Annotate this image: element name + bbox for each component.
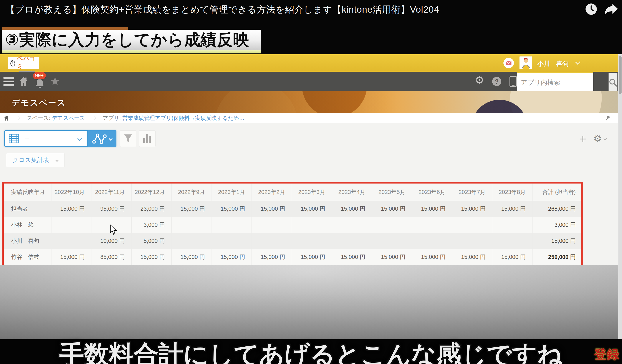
watch-later-button[interactable]: [585, 3, 598, 16]
space-cover-image: デモスペース: [0, 91, 622, 113]
value-cell: 15,000 円: [372, 201, 412, 217]
user-menu-chevron-icon[interactable]: [575, 59, 580, 65]
value-cell: [252, 217, 292, 233]
value-cell: 15,000 円: [212, 249, 252, 265]
value-cell: [452, 217, 492, 233]
breadcrumb-app-link[interactable]: 営業成績管理アプリ(保険料→実績反映するため…: [122, 115, 244, 121]
settings-button[interactable]: ⚙: [475, 75, 485, 86]
column-header-total: 合計 (担当者): [532, 184, 581, 201]
mouse-icon: [10, 59, 16, 67]
column-header-month: 2023年7月: [452, 184, 492, 201]
video-title[interactable]: 【プロが教える】保険契約+営業成績をまとめて管理できる方法を紹介します【kint…: [6, 3, 439, 16]
column-header-month: 2023年4月: [332, 184, 372, 201]
cross-table-highlight: 実績反映年月2022年10月2022年11月2022年12月2022年9月202…: [2, 182, 583, 267]
company-logo[interactable]: ペパコミ: [8, 57, 39, 69]
column-header-month: 2023年1月: [212, 184, 252, 201]
value-cell: 15,000 円: [412, 249, 452, 265]
table-row: 竹谷 信枝15,000 円85,000 円15,000 円15,000 円15,…: [4, 249, 581, 265]
user-avatar[interactable]: [520, 57, 532, 69]
mobile-view-button[interactable]: [509, 76, 517, 87]
value-cell: [372, 233, 412, 249]
subscribe-stamp: 登録: [594, 346, 619, 363]
share-button[interactable]: [604, 3, 617, 16]
banner-text: ③実際に入力をしてから成績反映: [2, 30, 261, 50]
row-label: 担当者: [4, 201, 51, 217]
value-cell: [372, 217, 412, 233]
cross-table: 実績反映年月2022年10月2022年11月2022年12月2022年9月202…: [4, 184, 581, 265]
value-cell: [492, 217, 532, 233]
value-cell: 15,000 円: [492, 201, 532, 217]
kintone-topbar: ペパコミ 小川 喜句: [0, 54, 622, 72]
pin-icon[interactable]: [605, 115, 610, 122]
value-cell: 15,000 円: [452, 249, 492, 265]
value-cell: 3,000 円: [131, 217, 172, 233]
avatar-image: [520, 57, 532, 69]
add-record-button[interactable]: ＋: [576, 130, 590, 147]
app-settings-button[interactable]: ⚙: [593, 130, 606, 147]
menu-button[interactable]: [3, 77, 14, 88]
breadcrumb-app-prefix: アプリ:: [103, 115, 121, 121]
value-cell: [412, 233, 452, 249]
video-caption: 手数料合計にしてあげるとこんな感じですね: [0, 338, 622, 364]
help-icon: ?: [495, 78, 499, 85]
value-cell: 85,000 円: [91, 249, 132, 265]
home-button[interactable]: [19, 76, 28, 88]
value-cell: [492, 233, 532, 249]
notifications-mail-button[interactable]: [504, 58, 514, 68]
value-cell: 15,000 円: [212, 201, 252, 217]
column-header-row-label: 実績反映年月: [4, 184, 51, 201]
value-cell: 15,000 円: [412, 201, 452, 217]
value-cell: 15,000 円: [332, 201, 372, 217]
video-frame: 【プロが教える】保険契約+営業成績をまとめて管理できる方法を紹介します【kint…: [0, 0, 622, 364]
search-icon: [609, 78, 618, 87]
help-button[interactable]: ?: [492, 77, 501, 86]
breadcrumb-space-link[interactable]: デモスペース: [52, 115, 85, 121]
table-row: 小林 悠3,000 円3,000 円: [4, 217, 581, 233]
value-cell: 15,000 円: [452, 201, 492, 217]
value-cell: 15,000 円: [252, 249, 292, 265]
banner-underline: [2, 50, 261, 53]
app-gear-icon: ⚙: [593, 134, 602, 143]
breadcrumb-separator: [16, 116, 20, 120]
value-cell: 15,000 円: [252, 201, 292, 217]
bell-icon: [35, 78, 45, 90]
user-name[interactable]: 小川 喜句: [537, 59, 569, 68]
column-header-month: 2022年11月: [91, 184, 132, 201]
clock-icon: [585, 3, 598, 15]
logo-text: ペパコミ: [17, 55, 37, 70]
space-title[interactable]: デモスペース: [12, 97, 66, 108]
column-header-month: 2023年3月: [292, 184, 332, 201]
scrollbar-thumb[interactable]: [619, 56, 622, 94]
value-cell: [172, 233, 212, 249]
value-cell: 15,000 円: [172, 201, 212, 217]
value-cell: 15,000 円: [51, 201, 91, 217]
value-cell: 5,000 円: [131, 233, 172, 249]
chart-button[interactable]: [139, 130, 156, 147]
value-cell: [212, 233, 252, 249]
notifications-button[interactable]: 99+: [33, 72, 50, 91]
breadcrumb-space-prefix: スペース:: [27, 115, 50, 121]
aggregate-view-label: クロス集計表: [12, 156, 49, 164]
graph-button[interactable]: [88, 130, 117, 147]
value-cell: 23,000 円: [131, 201, 172, 217]
search-input[interactable]: [517, 73, 608, 92]
scrollbar[interactable]: [618, 54, 622, 339]
value-cell: [212, 217, 252, 233]
value-cell: [51, 233, 91, 249]
column-header-month: 2023年6月: [412, 184, 452, 201]
value-cell: [51, 217, 91, 233]
column-header-month: 2022年12月: [131, 184, 172, 201]
value-cell: 15,000 円: [492, 249, 532, 265]
filter-button[interactable]: [120, 130, 136, 147]
column-header-month: 2023年8月: [492, 184, 532, 201]
table-row: 担当者15,000 円95,000 円23,000 円15,000 円15,00…: [4, 201, 581, 217]
breadcrumb-home-icon[interactable]: [3, 115, 9, 121]
view-selector[interactable]: --: [4, 130, 88, 147]
aggregate-view-dropdown[interactable]: クロス集計表: [6, 153, 64, 167]
search-button[interactable]: [608, 73, 618, 92]
value-cell: 15,000 円: [332, 249, 372, 265]
cross-table-body: 担当者15,000 円95,000 円23,000 円15,000 円15,00…: [4, 201, 581, 265]
favorites-button[interactable]: ★: [50, 76, 60, 87]
share-icon: [604, 3, 618, 15]
value-cell: 15,000 円: [292, 201, 332, 217]
